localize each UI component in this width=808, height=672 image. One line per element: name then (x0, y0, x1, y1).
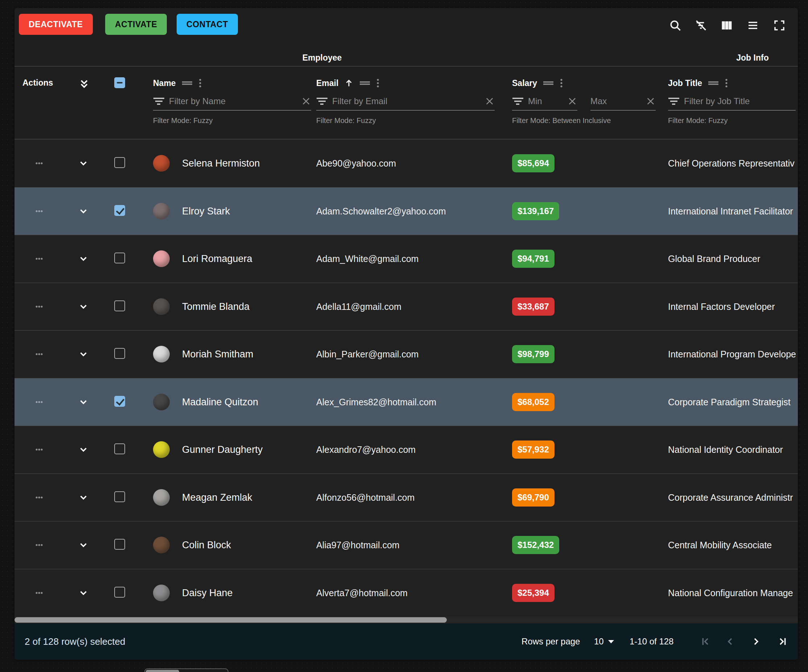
row-select-checkbox[interactable] (114, 491, 125, 502)
row-expand-button[interactable] (73, 586, 93, 600)
employee-email: Adam.Schowalter2@yahoo.com (316, 206, 446, 216)
clear-filter-icon[interactable] (301, 96, 311, 106)
drag-handle-icon[interactable] (708, 80, 719, 86)
group-header-job-info: Job Info (680, 53, 798, 62)
salary-column-label[interactable]: Salary (512, 79, 537, 88)
row-select-checkbox-wrap (114, 587, 125, 599)
row-more-actions-button[interactable] (29, 490, 49, 505)
employee-email: Alfonzo56@hotmail.com (316, 492, 414, 503)
filter-funnel-icon (512, 97, 524, 105)
data-table-card: DEACTIVATE ACTIVATE CONTACT Employee Job… (15, 8, 798, 660)
show-hide-columns-icon[interactable] (716, 15, 737, 35)
email-filter (316, 96, 495, 111)
last-page-icon[interactable] (774, 633, 791, 650)
row-more-actions-button[interactable] (29, 347, 49, 361)
column-menu-icon[interactable] (199, 78, 202, 88)
clear-filter-icon[interactable] (484, 96, 495, 106)
salary-max-filter (590, 96, 656, 111)
row-more-actions-button[interactable] (29, 395, 49, 409)
table-row: Elroy Stark Adam.Schowalter2@yahoo.com $… (15, 187, 798, 235)
row-expand-button[interactable] (73, 251, 93, 266)
table-bottom-toolbar: 2 of 128 row(s) selected Rows per page 1… (15, 624, 798, 660)
name-filter-input[interactable] (169, 96, 297, 106)
drag-handle-icon[interactable] (182, 80, 192, 86)
drag-handle-icon[interactable] (543, 80, 554, 86)
horizontal-scrollbar[interactable] (15, 617, 798, 624)
row-more-actions-button[interactable] (29, 586, 49, 600)
select-all-checkbox[interactable] (114, 77, 125, 88)
drag-handle-icon[interactable] (359, 80, 370, 86)
employee-email: Abe90@yahoo.com (316, 158, 396, 168)
employee-name: Elroy Stark (182, 206, 230, 217)
contact-button[interactable]: CONTACT (177, 14, 238, 35)
column-menu-icon[interactable] (559, 78, 563, 88)
salary-min-input[interactable] (528, 96, 563, 106)
row-select-checkbox[interactable] (114, 205, 125, 216)
job-title: Chief Operations Representativ (668, 158, 796, 168)
expand-all-icon[interactable] (74, 76, 94, 92)
row-select-checkbox[interactable] (114, 587, 125, 598)
row-expand-button[interactable] (73, 395, 93, 409)
row-expand-button[interactable] (73, 442, 93, 457)
column-menu-icon[interactable] (376, 78, 380, 88)
filter-list-off-icon[interactable] (691, 15, 711, 35)
selection-status: 2 of 128 row(s) selected (25, 636, 125, 647)
actions-column-header: Actions (22, 78, 53, 88)
toggle-density-icon[interactable] (743, 15, 763, 35)
horizontal-scrollbar-thumb[interactable] (15, 617, 447, 623)
row-expand-button[interactable] (73, 347, 93, 361)
name-column-header-cell: Name Filter Mode: Fuzzy (153, 67, 311, 139)
avatar (153, 155, 170, 172)
sort-ascending-icon[interactable] (344, 79, 354, 88)
deactivate-button[interactable]: DEACTIVATE (19, 14, 93, 35)
name-column-label[interactable]: Name (153, 79, 176, 88)
salary-badge: $85,694 (512, 154, 554, 172)
email-filter-input[interactable] (332, 96, 480, 106)
previous-page-icon[interactable] (721, 633, 739, 650)
employee-email: Adam_White@gmail.com (316, 254, 419, 264)
clear-filter-icon[interactable] (646, 96, 656, 106)
table-row: Lori Romaguera Adam_White@gmail.com $94,… (15, 235, 798, 283)
row-select-checkbox[interactable] (114, 157, 125, 168)
employee-name: Selena Hermiston (182, 157, 260, 169)
row-expand-button[interactable] (73, 156, 93, 171)
email-column-label[interactable]: Email (316, 79, 338, 88)
row-more-actions-button[interactable] (29, 538, 49, 552)
salary-badge: $68,052 (512, 393, 554, 411)
employee-email: Adella11@gmail.com (316, 301, 401, 312)
row-more-actions-button[interactable] (29, 204, 49, 219)
job-title-filter-mode: Filter Mode: Fuzzy (668, 117, 796, 125)
employee-email: Alia97@hotmail.com (316, 540, 400, 550)
row-select-checkbox[interactable] (114, 301, 125, 311)
row-more-actions-button[interactable] (29, 156, 49, 171)
search-icon[interactable] (665, 15, 685, 35)
row-select-checkbox[interactable] (114, 348, 125, 359)
page-scrollbar-thumb[interactable] (146, 670, 179, 672)
avatar (153, 585, 170, 601)
row-expand-button[interactable] (73, 490, 93, 505)
column-menu-icon[interactable] (725, 78, 728, 88)
fullscreen-icon[interactable] (769, 15, 790, 35)
row-expand-button[interactable] (73, 538, 93, 552)
job-title-filter-input[interactable] (684, 96, 796, 106)
row-select-checkbox[interactable] (114, 443, 125, 454)
next-page-icon[interactable] (748, 633, 765, 650)
row-expand-button[interactable] (73, 299, 93, 314)
job-title-column-label[interactable]: Job Title (668, 79, 702, 88)
clear-filter-icon[interactable] (567, 96, 578, 106)
row-more-actions-button[interactable] (29, 251, 49, 266)
row-expand-button[interactable] (73, 204, 93, 219)
row-select-checkbox-wrap (114, 157, 125, 169)
row-select-checkbox-wrap (114, 205, 125, 217)
group-header-employee: Employee (249, 53, 394, 62)
row-select-checkbox[interactable] (114, 396, 125, 407)
page-scrollbar[interactable] (144, 669, 229, 672)
first-page-icon[interactable] (697, 633, 714, 650)
activate-button[interactable]: ACTIVATE (105, 14, 167, 35)
salary-max-input[interactable] (590, 96, 641, 106)
row-more-actions-button[interactable] (29, 299, 49, 314)
row-select-checkbox[interactable] (114, 539, 125, 550)
rows-per-page-select[interactable]: 10 (594, 637, 614, 647)
row-more-actions-button[interactable] (29, 442, 49, 457)
row-select-checkbox[interactable] (114, 252, 125, 263)
